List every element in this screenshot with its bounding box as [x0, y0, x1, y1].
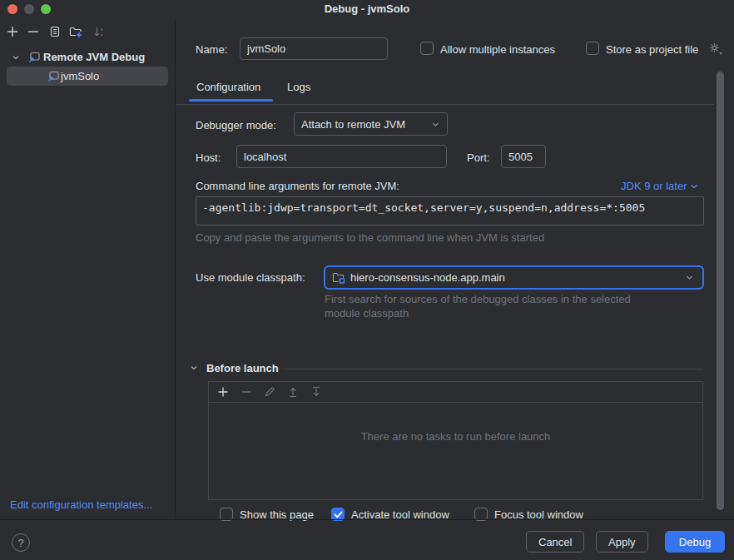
- add-task-button[interactable]: [216, 385, 230, 399]
- sort-configurations-button[interactable]: a z: [92, 24, 107, 39]
- debugger-mode-dropdown[interactable]: Attach to remote JVM: [294, 112, 448, 136]
- plus-icon: [217, 386, 229, 398]
- before-launch-label: Before launch: [206, 362, 279, 374]
- module-classpath-value: hiero-consensus-node.app.main: [350, 271, 505, 284]
- chevron-down-icon: [685, 273, 694, 282]
- copy-configuration-button[interactable]: [47, 24, 62, 39]
- copy-icon: [48, 26, 61, 38]
- chevron-down-icon[interactable]: [12, 53, 20, 62]
- footer-divider: [0, 519, 734, 520]
- tree-group-remote-jvm-debug[interactable]: Remote JVM Debug: [0, 47, 175, 67]
- minus-icon: [27, 26, 39, 37]
- title-bar: Debug - jvmSolo: [0, 0, 734, 18]
- checkmark-icon: [334, 511, 343, 518]
- tab-configuration[interactable]: Configuration: [196, 77, 260, 97]
- port-input[interactable]: [501, 145, 546, 168]
- svg-text:z: z: [100, 32, 102, 37]
- window-title: Debug - jvmSolo: [0, 2, 734, 15]
- tree-group-label: Remote JVM Debug: [43, 51, 145, 63]
- debug-button[interactable]: Debug: [665, 531, 725, 553]
- allow-multiple-instances-label: Allow multiple instances: [440, 43, 555, 56]
- debugger-mode-value: Attach to remote JVM: [301, 118, 405, 131]
- arrow-up-bar-icon: [287, 386, 299, 398]
- chevron-down-icon: [190, 364, 198, 372]
- sidebar-divider: [175, 18, 176, 519]
- cancel-button[interactable]: Cancel: [526, 531, 584, 553]
- module-classpath-hint-line1: First search for sources of the debugged…: [325, 293, 631, 305]
- store-as-project-file-checkbox[interactable]: [586, 42, 599, 55]
- remove-configuration-button[interactable]: [26, 24, 41, 39]
- before-launch-collapse-toggle[interactable]: [190, 364, 198, 372]
- remote-debug-config-icon: [47, 70, 60, 83]
- tree-item-label: jvmSolo: [61, 70, 99, 82]
- store-as-project-file-label: Store as project file: [606, 43, 698, 56]
- vertical-scrollbar[interactable]: [717, 72, 724, 510]
- edit-configuration-templates-link[interactable]: Edit configuration templates...: [10, 498, 152, 511]
- module-classpath-hint-line2: module classpath: [325, 307, 409, 320]
- remote-debug-config-icon: [27, 51, 41, 64]
- apply-button[interactable]: Apply: [596, 531, 648, 553]
- before-launch-toolbar: [209, 382, 702, 403]
- module-icon: [332, 271, 345, 285]
- tree-item-jvmsolo-selected[interactable]: jvmSolo: [7, 67, 168, 86]
- debugger-mode-label: Debugger mode:: [196, 119, 276, 131]
- port-label: Port:: [467, 151, 489, 164]
- sort-az-icon: a z: [93, 26, 106, 38]
- new-folder-button[interactable]: [68, 24, 83, 39]
- minus-icon: [241, 386, 252, 398]
- cmd-args-hint: Copy and paste the arguments to the comm…: [196, 231, 544, 244]
- cmd-args-label: Command line arguments for remote JVM:: [196, 180, 399, 192]
- chevron-down-icon: [690, 182, 698, 191]
- store-as-project-settings-button[interactable]: [707, 41, 722, 56]
- move-task-up-button[interactable]: [285, 385, 300, 399]
- jdk-version-value: JDK 9 or later: [621, 180, 687, 192]
- plus-icon: [7, 26, 18, 37]
- chevron-down-icon: [431, 120, 440, 129]
- empty-tasks-text: There are no tasks to run before launch: [209, 430, 702, 443]
- selected-tab-underline: [189, 99, 273, 102]
- remove-task-button[interactable]: [239, 385, 253, 399]
- arrow-down-bar-icon: [310, 386, 322, 398]
- cmd-args-field[interactable]: -agentlib:jdwp=transport=dt_socket,serve…: [196, 196, 704, 225]
- jdk-version-selector[interactable]: JDK 9 or later: [621, 180, 698, 192]
- help-button[interactable]: ?: [12, 533, 30, 552]
- before-launch-panel: There are no tasks to run before launch: [208, 381, 703, 500]
- allow-multiple-instances-checkbox[interactable]: [420, 42, 434, 55]
- svg-text:a: a: [100, 27, 103, 32]
- tabs-divider: [176, 104, 714, 105]
- name-label: Name:: [196, 43, 227, 56]
- gear-icon: [707, 41, 722, 56]
- add-configuration-button[interactable]: [5, 24, 20, 39]
- edit-task-button[interactable]: [262, 385, 276, 399]
- host-label: Host:: [196, 151, 221, 164]
- move-task-down-button[interactable]: [309, 385, 323, 399]
- tab-logs[interactable]: Logs: [287, 77, 310, 97]
- module-classpath-label: Use module classpath:: [196, 271, 305, 284]
- host-input[interactable]: [236, 145, 447, 168]
- before-launch-separator: [284, 369, 703, 369]
- new-folder-icon: [69, 26, 82, 38]
- module-classpath-combobox[interactable]: hiero-consensus-node.app.main: [324, 265, 704, 290]
- name-input[interactable]: [240, 37, 388, 60]
- pencil-icon: [264, 386, 275, 398]
